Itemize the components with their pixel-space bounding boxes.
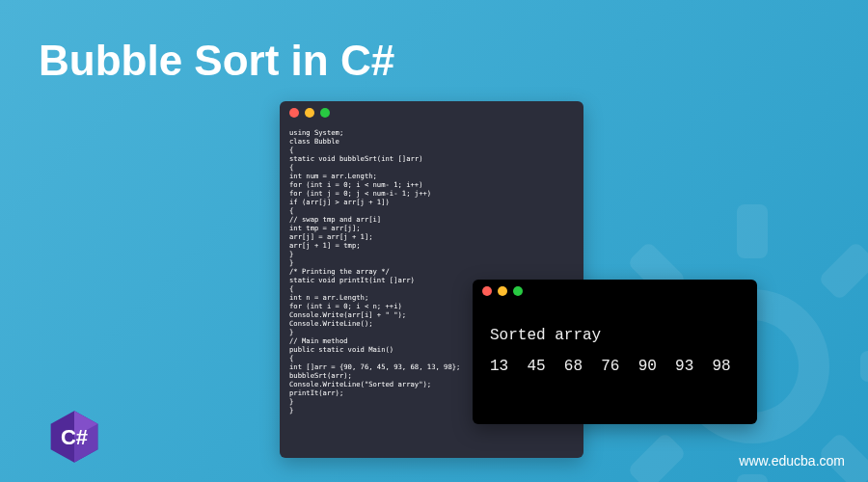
svg-rect-3 — [860, 351, 868, 382]
csharp-logo: C# — [46, 409, 102, 465]
logo-text: C# — [61, 425, 88, 449]
svg-rect-5 — [627, 432, 687, 482]
svg-rect-1 — [737, 474, 768, 482]
window-titlebar — [280, 101, 583, 124]
svg-rect-0 — [737, 204, 768, 258]
footer-link[interactable]: www.educba.com — [739, 453, 845, 469]
close-icon[interactable] — [482, 286, 492, 296]
window-titlebar — [473, 280, 757, 303]
svg-rect-4 — [818, 241, 868, 301]
close-icon[interactable] — [289, 108, 299, 118]
maximize-icon[interactable] — [320, 108, 330, 118]
minimize-icon[interactable] — [498, 286, 507, 296]
terminal-output-window: Sorted array 13 45 68 76 90 93 98 — [473, 280, 757, 424]
terminal-output-text: Sorted array 13 45 68 76 90 93 98 — [473, 303, 757, 399]
page-title: Bubble Sort in C# — [39, 37, 394, 85]
minimize-icon[interactable] — [305, 108, 314, 118]
maximize-icon[interactable] — [513, 286, 523, 296]
